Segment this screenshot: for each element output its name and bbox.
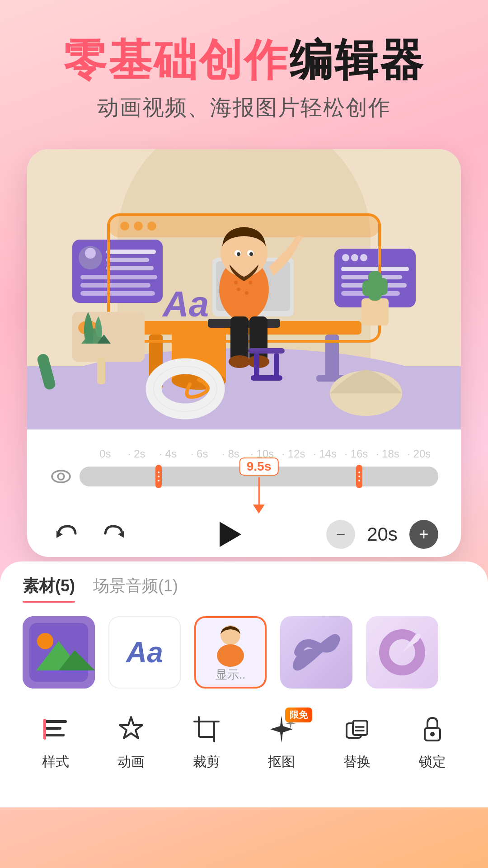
handle-right[interactable]	[356, 465, 362, 488]
matting-label: 抠图	[268, 753, 295, 771]
tool-matting[interactable]: 限免 抠图	[254, 711, 309, 771]
svg-point-28	[342, 254, 349, 261]
svg-rect-86	[44, 727, 61, 730]
tool-lock[interactable]: 锁定	[405, 711, 460, 771]
play-button[interactable]	[211, 516, 247, 552]
style-label: 样式	[42, 753, 69, 771]
asset-thumb-twist[interactable]	[280, 616, 352, 689]
svg-point-79	[37, 633, 53, 649]
ts-6s: · 6s	[183, 448, 215, 460]
title-dark: 编辑器	[289, 36, 425, 84]
asset-thumb-character[interactable]: 显示..	[194, 616, 267, 689]
track-bar[interactable]: 9.5s	[80, 467, 438, 486]
svg-rect-64	[362, 280, 371, 296]
header-section: 零基础创作编辑器 动画视频、海报图片轻松创作	[0, 36, 488, 122]
timeline-section: 0s · 2s · 4s · 6s · 8s · 10s · 12s · 14s…	[27, 429, 461, 503]
free-badge: 限免	[285, 708, 312, 722]
main-title: 零基础创作编辑器	[0, 36, 488, 84]
asset-thumb-ring[interactable]	[366, 616, 438, 689]
svg-rect-69	[249, 348, 285, 354]
svg-rect-31	[341, 267, 409, 271]
svg-rect-87	[44, 734, 65, 736]
svg-point-51	[249, 252, 253, 256]
svg-rect-70	[254, 354, 259, 378]
tool-replace[interactable]: 替换	[330, 711, 384, 771]
svg-text:Aa: Aa	[162, 284, 209, 324]
replace-icon	[339, 711, 375, 747]
svg-rect-97	[354, 722, 366, 734]
duration-controls: − 20s +	[326, 520, 438, 549]
svg-rect-22	[106, 258, 149, 262]
svg-rect-71	[274, 354, 279, 378]
tab-audio[interactable]: 场景音频(1)	[93, 575, 178, 603]
svg-rect-65	[379, 278, 388, 295]
illustration-area: Aa	[27, 149, 461, 429]
page-wrapper: 零基础创作编辑器 动画视频、海报图片轻松创作	[0, 0, 488, 868]
asset-thumb-image[interactable]	[23, 616, 95, 689]
minus-button[interactable]: −	[326, 520, 355, 549]
ts-18s: · 18s	[372, 448, 403, 460]
svg-point-38	[134, 222, 143, 231]
subtitle: 动画视频、海报图片轻松创作	[0, 93, 488, 122]
plus-button[interactable]: +	[409, 520, 438, 549]
replace-label: 替换	[343, 753, 371, 771]
svg-rect-52	[230, 316, 249, 362]
crop-label: 裁剪	[193, 753, 220, 771]
svg-point-29	[351, 254, 358, 261]
ts-0s: 0s	[89, 448, 121, 460]
timeline-track[interactable]: 9.5s	[50, 464, 438, 489]
svg-point-46	[245, 291, 249, 295]
svg-point-83	[217, 644, 244, 667]
animation-label: 动画	[117, 753, 145, 771]
svg-rect-90	[199, 722, 214, 737]
svg-rect-85	[44, 720, 67, 723]
star-icon	[113, 711, 149, 747]
svg-rect-21	[106, 250, 156, 254]
handle-left[interactable]	[155, 465, 162, 488]
svg-point-54	[229, 355, 250, 368]
lock-icon	[414, 711, 450, 747]
svg-rect-88	[43, 719, 46, 740]
svg-rect-25	[80, 283, 150, 288]
svg-point-39	[147, 222, 156, 231]
svg-point-74	[58, 473, 64, 480]
svg-point-44	[249, 281, 252, 284]
style-icon	[38, 711, 74, 747]
svg-rect-62	[361, 298, 389, 326]
svg-rect-72	[251, 375, 282, 381]
tool-crop[interactable]: 裁剪	[179, 711, 234, 771]
svg-point-45	[237, 288, 240, 291]
svg-point-30	[360, 254, 367, 261]
ts-14s: · 14s	[309, 448, 340, 460]
svg-rect-60	[97, 357, 105, 384]
assets-tabs: 素材(5) 场景音频(1)	[0, 561, 488, 603]
title-pink: 零基础创作	[63, 36, 289, 84]
asset-thumb-text[interactable]: Aa	[108, 616, 181, 689]
ts-20s: · 20s	[404, 448, 435, 460]
tab-materials[interactable]: 素材(5)	[23, 575, 75, 603]
assets-grid: Aa 显示..	[0, 603, 488, 702]
undo-button[interactable]	[50, 519, 81, 550]
svg-rect-56	[72, 312, 145, 362]
playhead[interactable]: 9.5s	[239, 458, 279, 514]
tool-animation[interactable]: 动画	[104, 711, 158, 771]
svg-rect-23	[106, 266, 154, 270]
duration-label: 20s	[364, 524, 400, 545]
redo-button[interactable]	[99, 519, 131, 550]
svg-rect-24	[80, 275, 157, 279]
svg-point-50	[237, 252, 240, 256]
svg-point-20	[85, 248, 96, 259]
tool-style[interactable]: 样式	[28, 711, 83, 771]
ts-12s: · 12s	[278, 448, 309, 460]
svg-point-73	[52, 471, 70, 482]
svg-marker-89	[120, 717, 142, 738]
crop-icon	[188, 711, 225, 747]
svg-rect-26	[80, 291, 155, 296]
visibility-icon[interactable]	[50, 465, 72, 488]
time-badge: 9.5s	[239, 458, 279, 476]
preview-card: Aa	[27, 149, 461, 557]
ts-16s: · 16s	[341, 448, 372, 460]
lock-label: 锁定	[419, 753, 446, 771]
svg-point-37	[120, 222, 129, 231]
ts-4s: · 4s	[152, 448, 183, 460]
